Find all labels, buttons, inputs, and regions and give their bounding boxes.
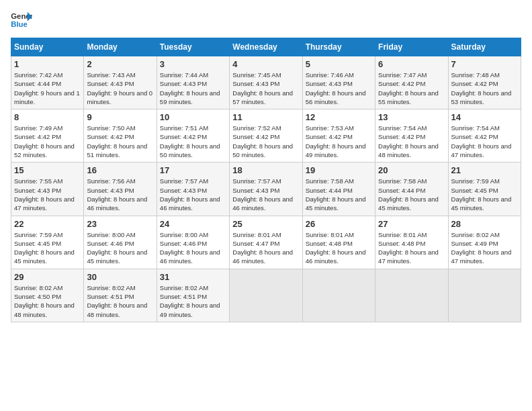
day-number: 27: [378, 219, 445, 229]
weekday-header-tuesday: Tuesday: [157, 38, 229, 56]
calendar-cell-day-15: 15 Sunrise: 7:55 AM Sunset: 4:43 PM Dayl…: [11, 163, 84, 216]
empty-cell: [448, 269, 521, 322]
day-number: 15: [14, 165, 81, 175]
calendar-cell-day-30: 30 Sunrise: 8:02 AM Sunset: 4:51 PM Dayl…: [84, 269, 157, 322]
calendar-cell-day-26: 26 Sunrise: 8:01 AM Sunset: 4:48 PM Dayl…: [302, 216, 375, 269]
weekday-header-wednesday: Wednesday: [230, 38, 302, 56]
day-info: Sunrise: 8:01 AM Sunset: 4:47 PM Dayligh…: [232, 230, 299, 266]
day-info: Sunrise: 8:02 AM Sunset: 4:51 PM Dayligh…: [87, 283, 153, 319]
weekday-header-thursday: Thursday: [302, 38, 375, 56]
svg-text:Blue: Blue: [11, 20, 28, 28]
day-info: Sunrise: 8:01 AM Sunset: 4:48 PM Dayligh…: [306, 230, 372, 266]
day-info: Sunrise: 8:00 AM Sunset: 4:46 PM Dayligh…: [160, 230, 226, 266]
empty-cell: [375, 269, 448, 322]
calendar-cell-day-11: 11 Sunrise: 7:52 AM Sunset: 4:42 PM Dayl…: [230, 109, 302, 163]
day-number: 8: [14, 112, 81, 122]
day-info: Sunrise: 7:52 AM Sunset: 4:42 PM Dayligh…: [232, 124, 299, 159]
calendar-cell-day-16: 16 Sunrise: 7:56 AM Sunset: 4:43 PM Dayl…: [84, 163, 157, 216]
day-info: Sunrise: 8:02 AM Sunset: 4:50 PM Dayligh…: [14, 283, 81, 319]
day-info: Sunrise: 7:58 AM Sunset: 4:44 PM Dayligh…: [306, 177, 372, 212]
calendar-cell-day-31: 31 Sunrise: 8:02 AM Sunset: 4:51 PM Dayl…: [157, 269, 229, 322]
day-number: 29: [14, 272, 81, 282]
calendar-cell-day-12: 12 Sunrise: 7:53 AM Sunset: 4:42 PM Dayl…: [302, 109, 375, 163]
day-info: Sunrise: 8:02 AM Sunset: 4:49 PM Dayligh…: [451, 230, 518, 266]
day-number: 21: [451, 165, 518, 175]
day-number: 7: [451, 59, 518, 69]
day-number: 17: [160, 165, 226, 175]
calendar-cell-day-10: 10 Sunrise: 7:51 AM Sunset: 4:42 PM Dayl…: [157, 109, 229, 163]
calendar-cell-day-14: 14 Sunrise: 7:54 AM Sunset: 4:42 PM Dayl…: [448, 109, 521, 163]
day-info: Sunrise: 7:51 AM Sunset: 4:42 PM Dayligh…: [160, 124, 226, 159]
day-info: Sunrise: 7:55 AM Sunset: 4:43 PM Dayligh…: [14, 177, 81, 212]
calendar-cell-day-5: 5 Sunrise: 7:46 AM Sunset: 4:43 PM Dayli…: [302, 56, 375, 109]
day-number: 6: [378, 59, 445, 69]
day-info: Sunrise: 7:54 AM Sunset: 4:42 PM Dayligh…: [451, 124, 518, 159]
day-info: Sunrise: 7:44 AM Sunset: 4:43 PM Dayligh…: [160, 71, 226, 106]
day-info: Sunrise: 7:58 AM Sunset: 4:44 PM Dayligh…: [378, 177, 445, 212]
calendar-cell-day-9: 9 Sunrise: 7:50 AM Sunset: 4:42 PM Dayli…: [84, 109, 157, 163]
empty-cell: [302, 269, 375, 322]
day-number: 20: [378, 165, 445, 175]
day-info: Sunrise: 7:43 AM Sunset: 4:43 PM Dayligh…: [87, 71, 153, 106]
calendar-table: SundayMondayTuesdayWednesdayThursdayFrid…: [11, 38, 521, 322]
calendar-cell-day-6: 6 Sunrise: 7:47 AM Sunset: 4:42 PM Dayli…: [375, 56, 448, 109]
day-number: 11: [232, 112, 299, 122]
day-number: 25: [232, 219, 299, 229]
calendar-cell-day-13: 13 Sunrise: 7:54 AM Sunset: 4:42 PM Dayl…: [375, 109, 448, 163]
day-info: Sunrise: 7:54 AM Sunset: 4:42 PM Dayligh…: [378, 124, 445, 159]
day-number: 12: [306, 112, 372, 122]
day-info: Sunrise: 7:53 AM Sunset: 4:42 PM Dayligh…: [306, 124, 372, 159]
day-number: 16: [87, 165, 153, 175]
day-number: 26: [306, 219, 372, 229]
calendar-cell-day-22: 22 Sunrise: 7:59 AM Sunset: 4:45 PM Dayl…: [11, 216, 84, 269]
day-info: Sunrise: 7:42 AM Sunset: 4:44 PM Dayligh…: [14, 71, 81, 106]
day-number: 4: [232, 59, 299, 69]
day-number: 30: [87, 272, 153, 282]
calendar-cell-day-17: 17 Sunrise: 7:57 AM Sunset: 4:43 PM Dayl…: [157, 163, 229, 216]
day-info: Sunrise: 7:46 AM Sunset: 4:43 PM Dayligh…: [306, 71, 372, 106]
calendar-cell-day-3: 3 Sunrise: 7:44 AM Sunset: 4:43 PM Dayli…: [157, 56, 229, 109]
day-info: Sunrise: 7:50 AM Sunset: 4:42 PM Dayligh…: [87, 124, 153, 159]
day-number: 19: [306, 165, 372, 175]
day-info: Sunrise: 7:57 AM Sunset: 4:43 PM Dayligh…: [160, 177, 226, 212]
day-number: 22: [14, 219, 81, 229]
day-number: 31: [160, 272, 226, 282]
day-info: Sunrise: 8:01 AM Sunset: 4:48 PM Dayligh…: [378, 230, 445, 266]
calendar-cell-day-29: 29 Sunrise: 8:02 AM Sunset: 4:50 PM Dayl…: [11, 269, 84, 322]
page-header: General Blue: [11, 11, 521, 30]
day-info: Sunrise: 7:57 AM Sunset: 4:43 PM Dayligh…: [232, 177, 299, 212]
calendar-cell-day-27: 27 Sunrise: 8:01 AM Sunset: 4:48 PM Dayl…: [375, 216, 448, 269]
day-info: Sunrise: 8:02 AM Sunset: 4:51 PM Dayligh…: [160, 283, 226, 319]
day-info: Sunrise: 7:59 AM Sunset: 4:45 PM Dayligh…: [14, 230, 81, 266]
calendar-cell-day-28: 28 Sunrise: 8:02 AM Sunset: 4:49 PM Dayl…: [448, 216, 521, 269]
weekday-header-friday: Friday: [375, 38, 448, 56]
calendar-cell-day-1: 1 Sunrise: 7:42 AM Sunset: 4:44 PM Dayli…: [11, 56, 84, 109]
calendar-cell-day-19: 19 Sunrise: 7:58 AM Sunset: 4:44 PM Dayl…: [302, 163, 375, 216]
day-number: 24: [160, 219, 226, 229]
logo: General Blue: [11, 11, 32, 30]
day-info: Sunrise: 7:56 AM Sunset: 4:43 PM Dayligh…: [87, 177, 153, 212]
day-info: Sunrise: 7:49 AM Sunset: 4:42 PM Dayligh…: [14, 124, 81, 159]
calendar-cell-day-25: 25 Sunrise: 8:01 AM Sunset: 4:47 PM Dayl…: [230, 216, 302, 269]
day-number: 18: [232, 165, 299, 175]
weekday-header-saturday: Saturday: [448, 38, 521, 56]
day-number: 5: [306, 59, 372, 69]
calendar-cell-day-7: 7 Sunrise: 7:48 AM Sunset: 4:42 PM Dayli…: [448, 56, 521, 109]
weekday-header-monday: Monday: [84, 38, 157, 56]
empty-cell: [230, 269, 302, 322]
day-number: 2: [87, 59, 153, 69]
day-number: 28: [451, 219, 518, 229]
day-number: 23: [87, 219, 153, 229]
weekday-header-sunday: Sunday: [11, 38, 84, 56]
logo-icon: General Blue: [11, 11, 32, 30]
calendar-cell-day-20: 20 Sunrise: 7:58 AM Sunset: 4:44 PM Dayl…: [375, 163, 448, 216]
calendar-cell-day-23: 23 Sunrise: 8:00 AM Sunset: 4:46 PM Dayl…: [84, 216, 157, 269]
day-number: 9: [87, 112, 153, 122]
day-info: Sunrise: 7:47 AM Sunset: 4:42 PM Dayligh…: [378, 71, 445, 106]
calendar-cell-day-2: 2 Sunrise: 7:43 AM Sunset: 4:43 PM Dayli…: [84, 56, 157, 109]
day-number: 10: [160, 112, 226, 122]
day-number: 3: [160, 59, 226, 69]
day-info: Sunrise: 7:48 AM Sunset: 4:42 PM Dayligh…: [451, 71, 518, 106]
calendar-cell-day-24: 24 Sunrise: 8:00 AM Sunset: 4:46 PM Dayl…: [157, 216, 229, 269]
day-info: Sunrise: 7:59 AM Sunset: 4:45 PM Dayligh…: [451, 177, 518, 212]
